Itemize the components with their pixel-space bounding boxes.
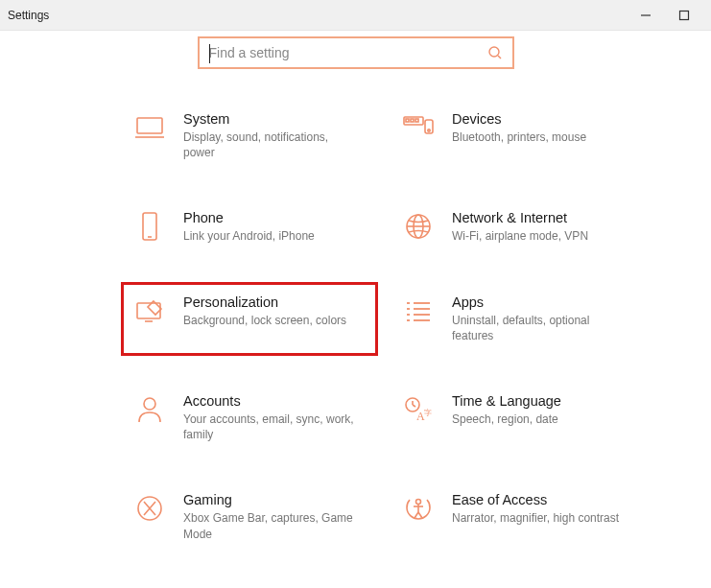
search-icon: [487, 45, 503, 60]
personalization-icon: [133, 294, 166, 327]
svg-point-2: [489, 47, 499, 57]
tile-subtitle: Link your Android, iPhone: [183, 228, 315, 244]
tile-subtitle: Uninstall, defaults, optional features: [452, 313, 625, 343]
svg-line-3: [498, 56, 501, 59]
tile-subtitle: Wi-Fi, airplane mode, VPN: [452, 228, 588, 244]
search-container: [0, 36, 711, 69]
svg-rect-12: [143, 213, 156, 240]
svg-line-38: [418, 512, 422, 518]
accounts-icon: [133, 393, 166, 426]
tile-devices[interactable]: Devices Bluetooth, printers, mouse: [398, 107, 638, 164]
tile-network[interactable]: Network & Internet Wi-Fi, airplane mode,…: [398, 206, 638, 247]
tile-ease-of-access[interactable]: Ease of Access Narrator, magnifier, high…: [398, 488, 638, 545]
tile-subtitle: Speech, region, date: [452, 412, 561, 427]
tile-accounts[interactable]: Accounts Your accounts, email, sync, wor…: [130, 389, 369, 446]
svg-rect-7: [406, 119, 409, 122]
tile-time-language[interactable]: A 字 Time & Language Speech, region, date: [398, 389, 638, 446]
tile-title: Phone: [183, 210, 315, 225]
tile-title: Time & Language: [452, 393, 561, 409]
tile-title: Gaming: [183, 492, 356, 507]
devices-icon: [402, 111, 435, 144]
tile-phone[interactable]: Phone Link your Android, iPhone: [130, 206, 369, 247]
search-input[interactable]: [209, 45, 487, 60]
tile-title: Apps: [452, 294, 625, 310]
tile-apps[interactable]: Apps Uninstall, defaults, optional featu…: [398, 291, 638, 347]
apps-icon: [402, 294, 435, 327]
minimize-button[interactable]: [627, 2, 665, 29]
gaming-icon: [133, 492, 166, 525]
tile-system[interactable]: System Display, sound, notifications, po…: [130, 107, 369, 164]
tile-subtitle: Narrator, magnifier, high contrast: [452, 510, 619, 526]
tile-subtitle: Background, lock screen, colors: [183, 313, 346, 328]
maximize-button[interactable]: [665, 2, 703, 29]
minimize-icon: [640, 10, 652, 21]
phone-icon: [133, 210, 166, 243]
system-icon: [133, 111, 166, 144]
settings-grid: System Display, sound, notifications, po…: [130, 107, 711, 546]
svg-text:字: 字: [424, 409, 432, 417]
tile-gaming[interactable]: Gaming Xbox Game Bar, captures, Game Mod…: [130, 488, 369, 545]
tile-title: Personalization: [183, 294, 346, 310]
maximize-icon: [678, 10, 690, 21]
tile-subtitle: Your accounts, email, sync, work, family: [183, 412, 356, 442]
svg-point-11: [428, 129, 430, 131]
svg-point-27: [144, 398, 155, 410]
tile-subtitle: Bluetooth, printers, mouse: [452, 129, 586, 145]
ease-of-access-icon: [402, 492, 435, 525]
search-box[interactable]: [198, 36, 514, 69]
window-title: Settings: [8, 9, 49, 22]
globe-icon: [402, 210, 435, 243]
svg-point-34: [416, 500, 421, 505]
svg-rect-9: [415, 119, 418, 122]
tile-title: Accounts: [183, 393, 356, 409]
tile-personalization[interactable]: Personalization Background, lock screen,…: [130, 291, 369, 347]
svg-rect-4: [137, 118, 162, 133]
tile-title: Network & Internet: [452, 210, 588, 225]
svg-rect-8: [411, 119, 414, 122]
tile-title: Devices: [452, 111, 586, 127]
tile-subtitle: Display, sound, notifications, power: [183, 129, 356, 160]
svg-line-30: [413, 405, 415, 407]
content-area: System Display, sound, notifications, po…: [0, 36, 711, 546]
tile-title: System: [183, 111, 356, 127]
titlebar: Settings: [0, 0, 711, 31]
text-caret: [209, 44, 210, 63]
time-language-icon: A 字: [402, 393, 435, 426]
svg-line-37: [415, 512, 418, 518]
svg-rect-1: [680, 11, 689, 19]
tile-subtitle: Xbox Game Bar, captures, Game Mode: [183, 510, 356, 541]
tile-title: Ease of Access: [452, 492, 619, 507]
